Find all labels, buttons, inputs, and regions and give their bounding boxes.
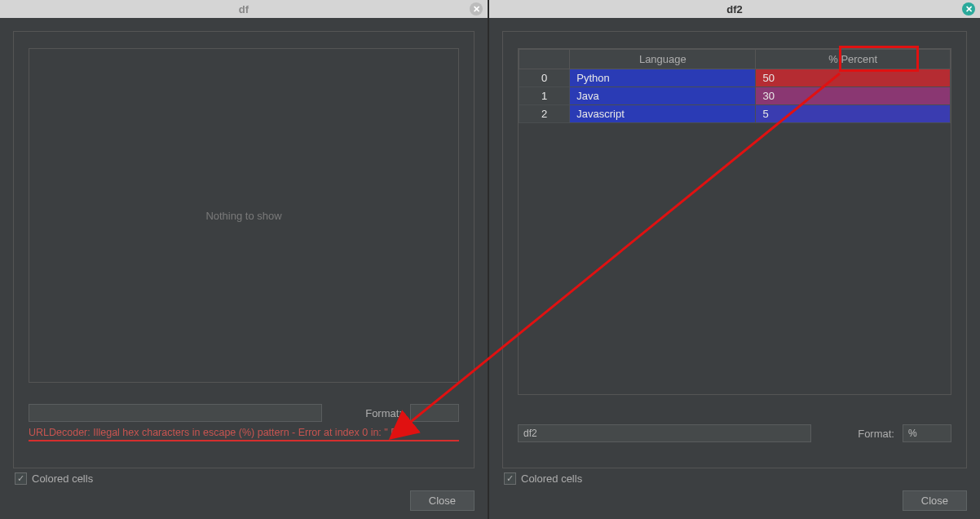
cell-index: 2 <box>519 105 570 123</box>
cell-index: 0 <box>519 69 570 87</box>
pane-df: df ✕ Nothing to show Format: URLDecoder:… <box>0 0 489 519</box>
close-icon[interactable]: ✕ <box>962 2 975 16</box>
col-header-language[interactable]: Language <box>570 50 756 69</box>
close-button-df2[interactable]: Close <box>903 490 967 511</box>
table-header-row: Language % Percent <box>519 50 951 69</box>
name-input-df2[interactable] <box>518 424 811 442</box>
colored-cells-row-df2: ✓ Colored cells <box>504 472 582 485</box>
frame-df2: Language % Percent 0Python501Java302Java… <box>502 31 967 468</box>
close-button-df[interactable]: Close <box>410 490 475 511</box>
data-table: Language % Percent 0Python501Java302Java… <box>519 49 951 123</box>
title-df2: df2 <box>726 3 743 16</box>
input-row-df: Format: <box>29 404 459 422</box>
colored-cells-label-df2: Colored cells <box>521 472 582 485</box>
col-header-index[interactable] <box>519 50 570 69</box>
frame-df: Nothing to show Format: URLDecoder: Ille… <box>13 31 475 468</box>
colored-cells-checkbox-df2[interactable]: ✓ <box>504 472 516 485</box>
pane-df2: df2 ✕ Language % Percent 0Python501Java3… <box>489 0 980 519</box>
close-icon[interactable]: ✕ <box>470 2 483 16</box>
cell-index: 1 <box>519 87 570 105</box>
cell-percent: 50 <box>756 69 951 87</box>
name-input-df[interactable] <box>29 404 322 422</box>
colored-cells-label-df: Colored cells <box>32 472 93 485</box>
colored-cells-checkbox-df[interactable]: ✓ <box>15 472 27 485</box>
button-row-df: Close <box>410 490 475 511</box>
button-row-df2: Close <box>903 490 967 511</box>
cell-language: Python <box>570 69 756 87</box>
data-viewer-df2[interactable]: Language % Percent 0Python501Java302Java… <box>518 48 951 395</box>
format-label-df: Format: <box>365 407 402 419</box>
table-row[interactable]: 2Javascript5 <box>519 105 951 123</box>
table-row[interactable]: 0Python50 <box>519 69 951 87</box>
data-viewer-df: Nothing to show <box>29 48 459 383</box>
col-header-percent[interactable]: % Percent <box>756 50 951 69</box>
format-label-df2: Format: <box>858 428 894 440</box>
table-row[interactable]: 1Java30 <box>519 87 951 105</box>
colored-cells-row-df: ✓ Colored cells <box>15 472 93 485</box>
cell-language: Java <box>570 87 756 105</box>
format-input-df2[interactable] <box>903 424 951 442</box>
error-message: URLDecoder: Illegal hex characters in es… <box>29 427 459 441</box>
titlebar-df2: df2 ✕ <box>489 0 980 18</box>
cell-percent: 5 <box>756 105 951 123</box>
cell-language: Javascript <box>570 105 756 123</box>
title-df: df <box>239 3 249 16</box>
cell-percent: 30 <box>756 87 951 105</box>
empty-placeholder: Nothing to show <box>205 210 281 222</box>
format-input-df[interactable] <box>410 404 459 422</box>
input-row-df2: Format: <box>518 424 951 442</box>
titlebar-df: df ✕ <box>0 0 488 18</box>
